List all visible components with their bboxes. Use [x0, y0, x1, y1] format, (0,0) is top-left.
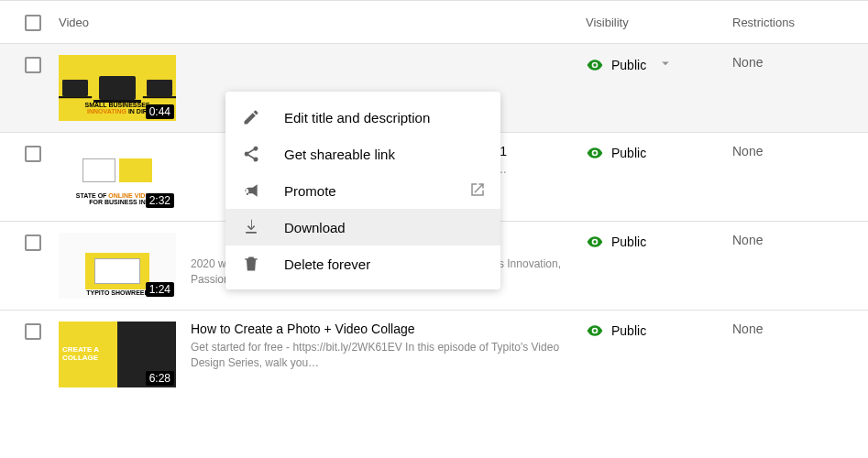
thumb-text: COLLAGE	[62, 354, 98, 362]
video-thumbnail[interactable]: SMALL BUSINESSES INNOVATING IN DIR 0:44	[59, 55, 176, 121]
visibility-value: Public	[611, 234, 646, 249]
video-thumbnail[interactable]: TYPITO SHOWREEL 1:24	[59, 233, 176, 299]
restrictions-value: None	[732, 233, 861, 247]
megaphone-icon	[240, 181, 262, 200]
visibility-public-icon	[586, 233, 604, 251]
video-duration: 6:28	[146, 371, 174, 386]
trash-icon	[240, 255, 262, 273]
table-header: Video Visibility Restrictions	[0, 0, 868, 44]
external-link-icon	[469, 181, 486, 201]
menu-item-edit[interactable]: Edit title and description	[225, 99, 500, 136]
visibility-dropdown[interactable]	[657, 55, 674, 74]
menu-item-download[interactable]: Download	[225, 209, 500, 245]
thumb-text: CREATE A	[62, 345, 99, 354]
select-all-checkbox[interactable]	[25, 15, 41, 31]
row-checkbox[interactable]	[25, 146, 41, 162]
column-header-visibility: Visibility	[586, 16, 732, 29]
menu-item-label: Promote	[284, 183, 336, 199]
thumb-text: SMALL BUSINESSES	[84, 102, 149, 108]
visibility-value: Public	[611, 58, 646, 72]
visibility-public-icon	[586, 56, 604, 74]
menu-item-delete[interactable]: Delete forever	[225, 245, 500, 282]
video-thumbnail[interactable]: STATE OF ONLINE VIDEOS FOR BUSINESS IN 2…	[59, 144, 176, 210]
download-icon	[240, 218, 262, 236]
video-description: Get started for free - https://bit.ly/2W…	[191, 340, 571, 371]
restrictions-value: None	[732, 322, 861, 336]
menu-item-share[interactable]: Get shareable link	[225, 136, 500, 172]
video-duration: 2:32	[146, 193, 174, 208]
restrictions-value: None	[732, 144, 861, 158]
menu-item-label: Delete forever	[284, 256, 370, 272]
thumb-text: STATE OF	[76, 192, 109, 199]
visibility-public-icon	[586, 322, 604, 340]
column-header-restrictions: Restrictions	[732, 16, 861, 29]
row-checkbox[interactable]	[25, 234, 41, 251]
restrictions-value: None	[732, 55, 861, 70]
video-duration: 0:44	[146, 104, 174, 119]
pencil-icon	[240, 108, 262, 126]
video-duration: 1:24	[146, 282, 174, 297]
visibility-public-icon	[586, 144, 604, 162]
video-thumbnail[interactable]: CREATE A COLLAGE 6:28	[59, 322, 176, 387]
menu-item-label: Download	[284, 220, 346, 235]
thumb-text: IN DIR	[126, 108, 148, 114]
column-header-video: Video	[59, 16, 586, 29]
menu-item-promote[interactable]: Promote	[225, 172, 500, 209]
thumb-text: FOR BUSINESS IN	[89, 199, 145, 205]
visibility-value: Public	[611, 146, 646, 160]
row-checkbox[interactable]	[25, 57, 41, 73]
visibility-value: Public	[611, 323, 646, 338]
menu-item-label: Edit title and description	[284, 110, 430, 125]
table-row[interactable]: CREATE A COLLAGE 6:28 How to Create a Ph…	[0, 311, 868, 398]
row-checkbox[interactable]	[25, 323, 41, 340]
context-menu: Edit title and description Get shareable…	[225, 92, 500, 289]
share-icon	[240, 145, 262, 163]
thumb-text: INNOVATING	[87, 108, 126, 114]
menu-item-label: Get shareable link	[284, 147, 395, 162]
video-title: How to Create a Photo + Video Collage	[191, 322, 571, 336]
